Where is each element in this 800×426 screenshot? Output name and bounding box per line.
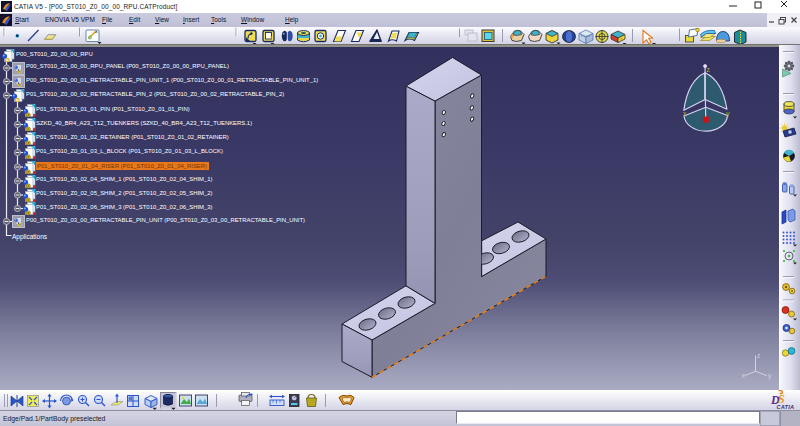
svg-text:z: z xyxy=(757,352,760,359)
svg-text:y: y xyxy=(726,110,730,118)
svg-text:z: z xyxy=(707,66,710,73)
svg-text:CATIA: CATIA xyxy=(777,404,795,410)
svg-text:x: x xyxy=(742,372,746,379)
svg-text:y: y xyxy=(768,372,772,380)
